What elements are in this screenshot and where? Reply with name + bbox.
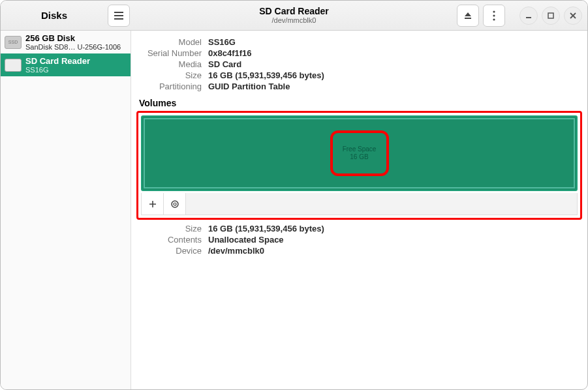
app-window: Disks SD Card Reader /dev/mmcblk0	[0, 0, 588, 390]
device-name: SD Card Reader	[25, 56, 90, 66]
device-item-disk[interactable]: SSD 256 GB Disk SanDisk SD8… U-256G-1006	[1, 31, 131, 53]
minimize-button[interactable]	[519, 7, 538, 25]
label-serial: Serial Number	[139, 48, 202, 58]
label-vsize: Size	[139, 224, 202, 233]
drive-info: Model SS16G Serial Number 0x8c4f1f16 Med…	[131, 31, 587, 94]
hamburger-icon	[114, 11, 124, 20]
create-partition-button[interactable]	[142, 193, 164, 215]
value-vdevice: /dev/mmcblk0	[208, 246, 580, 256]
label-media: Media	[139, 59, 202, 69]
hamburger-button[interactable]	[108, 5, 130, 27]
eject-button[interactable]	[457, 5, 479, 27]
svg-rect-4	[548, 13, 553, 18]
device-title: SD Card Reader	[259, 7, 329, 16]
svg-point-6	[174, 203, 176, 205]
close-button[interactable]	[564, 7, 582, 25]
value-model: SS16G	[208, 37, 580, 47]
volumes-heading: Volumes	[131, 94, 587, 111]
minimize-icon	[525, 12, 533, 20]
drive-menu-button[interactable]	[483, 5, 505, 27]
annotation-inner: Free Space 16 GB	[330, 130, 389, 176]
device-sub: SanDisk SD8… U-256G-1006	[25, 43, 121, 51]
volume-settings-button[interactable]	[164, 193, 186, 215]
svg-point-2	[493, 18, 495, 20]
device-name: 256 GB Disk	[25, 33, 121, 43]
device-sidebar: SSD 256 GB Disk SanDisk SD8… U-256G-1006…	[1, 31, 131, 389]
volume-info: Size 16 GB (15,931,539,456 bytes) Conten…	[131, 220, 587, 258]
eject-icon	[463, 11, 472, 20]
svg-point-5	[172, 201, 178, 207]
kebab-icon	[493, 10, 495, 21]
device-item-sdcard[interactable]: SD Card Reader SS16G	[1, 53, 131, 76]
value-size: 16 GB (15,931,539,456 bytes)	[208, 70, 580, 80]
maximize-icon	[547, 12, 555, 20]
value-media: SD Card	[208, 59, 580, 69]
device-sub: SS16G	[25, 66, 90, 74]
app-title: Disks	[6, 10, 102, 21]
maximize-button[interactable]	[542, 7, 560, 25]
label-contents: Contents	[139, 235, 202, 245]
annotation-highlight: Free Space 16 GB	[136, 111, 582, 220]
volume-label: Free Space	[343, 145, 377, 153]
device-path: /dev/mmcblk0	[259, 16, 329, 24]
gear-icon	[170, 199, 180, 209]
value-partitioning: GUID Partition Table	[208, 82, 580, 91]
close-icon	[569, 12, 577, 20]
volume-toolbar	[141, 193, 578, 215]
titlebar: Disks SD Card Reader /dev/mmcblk0	[1, 1, 587, 31]
sdcard-icon	[5, 59, 22, 72]
label-model: Model	[139, 37, 202, 47]
value-serial: 0x8c4f1f16	[208, 48, 580, 58]
label-vdevice: Device	[139, 246, 202, 256]
plus-icon	[148, 200, 157, 209]
volume-size: 16 GB	[350, 153, 368, 161]
ssd-icon: SSD	[5, 36, 22, 49]
svg-point-0	[493, 10, 495, 12]
label-partitioning: Partitioning	[139, 82, 202, 91]
label-size: Size	[139, 70, 202, 80]
svg-point-1	[493, 14, 495, 16]
main-panel: Model SS16G Serial Number 0x8c4f1f16 Med…	[131, 31, 587, 389]
value-vsize: 16 GB (15,931,539,456 bytes)	[208, 224, 580, 233]
value-contents: Unallocated Space	[208, 235, 580, 245]
svg-rect-3	[526, 17, 531, 18]
volume-freespace[interactable]: Free Space 16 GB	[141, 115, 578, 191]
